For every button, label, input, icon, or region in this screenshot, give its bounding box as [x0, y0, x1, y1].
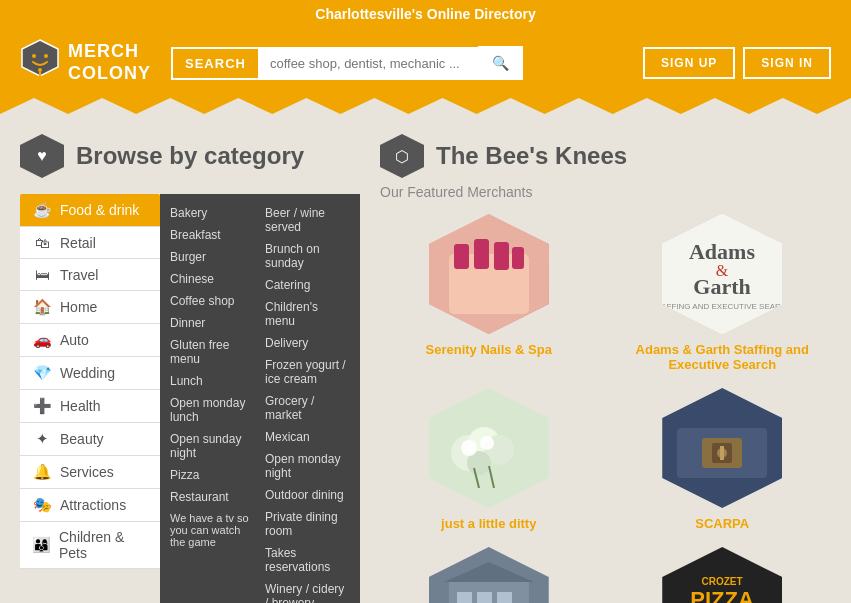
- merchant-hex-adams: Adams & Garth STAFFING AND EXECUTIVE SEA…: [662, 214, 782, 334]
- category-item-health[interactable]: ➕ Health: [20, 390, 160, 423]
- category-item-wedding[interactable]: 💎 Wedding: [20, 357, 160, 390]
- dropdown-frozen[interactable]: Frozen yogurt / ice cream: [265, 356, 350, 388]
- category-label-retail: Retail: [60, 235, 96, 251]
- dropdown-outdoor[interactable]: Outdoor dining: [265, 486, 350, 504]
- dropdown-beer[interactable]: Beer / wine served: [265, 204, 350, 236]
- svg-point-2: [44, 54, 48, 58]
- category-label-wedding: Wedding: [60, 365, 115, 381]
- services-icon: 🔔: [32, 463, 52, 481]
- top-bar: Charlottesville's Online Directory: [0, 0, 851, 28]
- category-item-attractions[interactable]: 🎭 Attractions: [20, 489, 160, 522]
- merchant-card-pizza[interactable]: CROZET PIZZA BUDDHIST BIKER BAR Crozet P…: [614, 547, 832, 603]
- svg-text:Adams: Adams: [689, 239, 755, 264]
- auth-buttons: SIGN UP SIGN IN: [643, 47, 831, 79]
- dropdown-pizza[interactable]: Pizza: [170, 466, 255, 484]
- browse-hex-icon: ♥: [20, 134, 64, 178]
- browse-title-area: ♥ Browse by category: [20, 134, 360, 178]
- dropdown-winery[interactable]: Winery / cidery / brewery: [265, 580, 350, 603]
- main-content: ♥ Browse by category ☕ Food & drink 🛍 Re…: [0, 114, 851, 603]
- dropdown-brunch[interactable]: Brunch on sunday: [265, 240, 350, 272]
- svg-rect-35: [497, 592, 512, 603]
- signup-button[interactable]: SIGN UP: [643, 47, 735, 79]
- category-item-home[interactable]: 🏠 Home: [20, 291, 160, 324]
- dropdown-mexican[interactable]: Mexican: [265, 428, 350, 446]
- category-label-health: Health: [60, 398, 100, 414]
- merchant-name-scarpa: SCARPA: [695, 516, 749, 531]
- category-item-travel[interactable]: 🛏 Travel: [20, 259, 160, 291]
- merchant-card-ditty[interactable]: just a little ditty: [380, 388, 598, 531]
- home-icon: 🏠: [32, 298, 52, 316]
- header: MERCH COLONY SEARCH 🔍 SIGN UP SIGN IN: [0, 28, 851, 98]
- category-item-children[interactable]: 👨‍👩‍👦 Children & Pets: [20, 522, 160, 569]
- dropdown-delivery[interactable]: Delivery: [265, 334, 350, 352]
- category-label-home: Home: [60, 299, 97, 315]
- svg-rect-8: [474, 239, 489, 269]
- logo-text: MERCH COLONY: [68, 41, 151, 84]
- category-item-food[interactable]: ☕ Food & drink: [20, 194, 160, 227]
- dropdown-breakfast[interactable]: Breakfast: [170, 226, 255, 244]
- dropdown-open-monday-lunch[interactable]: Open monday lunch: [170, 394, 255, 426]
- category-item-services[interactable]: 🔔 Services: [20, 456, 160, 489]
- dropdown-catering[interactable]: Catering: [265, 276, 350, 294]
- category-list: ☕ Food & drink 🛍 Retail 🛏 Travel 🏠 Home …: [20, 194, 160, 569]
- dropdown-chinese[interactable]: Chinese: [170, 270, 255, 288]
- category-label-food: Food & drink: [60, 202, 139, 218]
- dropdown-coffee[interactable]: Coffee shop: [170, 292, 255, 310]
- merchant-card-nails[interactable]: Serenity Nails & Spa: [380, 214, 598, 372]
- food-dropdown: Bakery Breakfast Burger Chinese Coffee s…: [160, 194, 360, 603]
- featured-hex-icon: ⬡: [380, 134, 424, 178]
- svg-text:STAFFING AND EXECUTIVE SEARCH: STAFFING AND EXECUTIVE SEARCH: [662, 302, 782, 311]
- svg-point-24: [480, 436, 494, 450]
- search-button[interactable]: 🔍: [478, 46, 523, 80]
- retail-icon: 🛍: [32, 234, 52, 251]
- svg-rect-10: [512, 247, 524, 269]
- category-label-beauty: Beauty: [60, 431, 104, 447]
- merchant-hex-scarpa: [662, 388, 782, 508]
- dropdown-lunch[interactable]: Lunch: [170, 372, 255, 390]
- merchant-hex-nails: [429, 214, 549, 334]
- merchant-name-nails: Serenity Nails & Spa: [426, 342, 552, 357]
- travel-icon: 🛏: [32, 266, 52, 283]
- dropdown-grocery[interactable]: Grocery / market: [265, 392, 350, 424]
- merchant-name-ditty: just a little ditty: [441, 516, 536, 531]
- merchant-card-bank[interactable]: Virginia National Bank: [380, 547, 598, 603]
- wedding-icon: 💎: [32, 364, 52, 382]
- search-label: SEARCH: [171, 47, 258, 80]
- svg-point-1: [32, 54, 36, 58]
- featured-title-text: The Bee's Knees: [436, 142, 627, 170]
- merchant-grid: Serenity Nails & Spa Adams & Garth STAFF…: [380, 214, 831, 603]
- dropdown-childrens-menu[interactable]: Children's menu: [265, 298, 350, 330]
- svg-text:PIZZA: PIZZA: [690, 587, 754, 603]
- category-item-auto[interactable]: 🚗 Auto: [20, 324, 160, 357]
- dropdown-tv[interactable]: We have a tv so you can watch the game: [170, 510, 255, 550]
- signin-button[interactable]: SIGN IN: [743, 47, 831, 79]
- category-item-retail[interactable]: 🛍 Retail: [20, 227, 160, 259]
- dropdown-gluten[interactable]: Gluten free menu: [170, 336, 255, 368]
- category-container: ☕ Food & drink 🛍 Retail 🛏 Travel 🏠 Home …: [20, 194, 160, 569]
- category-item-beauty[interactable]: ✦ Beauty: [20, 423, 160, 456]
- top-bar-text: Charlottesville's Online Directory: [315, 6, 535, 22]
- dropdown-open-monday-night[interactable]: Open monday night: [265, 450, 350, 482]
- merchant-card-adams[interactable]: Adams & Garth STAFFING AND EXECUTIVE SEA…: [614, 214, 832, 372]
- dropdown-restaurant[interactable]: Restaurant: [170, 488, 255, 506]
- category-label-auto: Auto: [60, 332, 89, 348]
- dropdown-open-sunday[interactable]: Open sunday night: [170, 430, 255, 462]
- svg-text:CROZET: CROZET: [702, 576, 743, 587]
- dropdown-private[interactable]: Private dining room: [265, 508, 350, 540]
- logo-icon: [20, 38, 60, 88]
- svg-rect-9: [494, 242, 509, 270]
- merchant-name-adams: Adams & Garth Staffing and Executive Sea…: [614, 342, 832, 372]
- dropdown-reservations[interactable]: Takes reservations: [265, 544, 350, 576]
- merchant-card-scarpa[interactable]: SCARPA: [614, 388, 832, 531]
- dropdown-dinner[interactable]: Dinner: [170, 314, 255, 332]
- search-input[interactable]: [258, 47, 478, 80]
- dropdown-burger[interactable]: Burger: [170, 248, 255, 266]
- dropdown-bakery[interactable]: Bakery: [170, 204, 255, 222]
- category-label-children: Children & Pets: [59, 529, 148, 561]
- dropdown-col-1: Bakery Breakfast Burger Chinese Coffee s…: [170, 204, 255, 603]
- food-icon: ☕: [32, 201, 52, 219]
- svg-rect-30: [720, 446, 724, 460]
- svg-marker-4: [36, 80, 44, 85]
- dropdown-col-2: Beer / wine served Brunch on sunday Cate…: [265, 204, 350, 603]
- category-label-services: Services: [60, 464, 114, 480]
